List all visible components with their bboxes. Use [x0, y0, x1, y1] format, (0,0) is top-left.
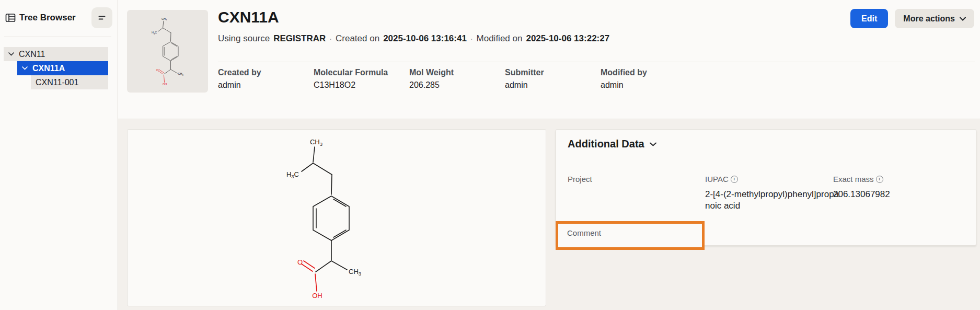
meta-mol-weight: Mol Weight 206.285 [409, 68, 505, 90]
chevron-down-icon[interactable] [22, 66, 28, 70]
info-icon[interactable]: i [731, 176, 738, 183]
additional-data-title: Additional Data [568, 138, 644, 150]
dot-separator: · [329, 35, 332, 43]
iupac-value: 2-[4-(2-methylpropyl)phenyl]propanoic ac… [705, 189, 842, 212]
field-exact-mass: Exact mass i 206.13067982 [833, 175, 890, 200]
modified-on-label: Modified on [477, 33, 523, 44]
using-source-label: Using source [218, 33, 270, 44]
molecule-thumbnail [127, 10, 208, 93]
created-on-value: 2025-10-06 13:16:41 [383, 33, 467, 44]
meta-modified-by: Modified by admin [601, 68, 696, 90]
compound-header: CXN11A Using source REGISTRAR · Created … [118, 0, 980, 119]
header-actions: Edit More actions [850, 9, 974, 28]
exact-mass-value: 206.13067982 [833, 189, 890, 200]
field-iupac: IUPAC i 2-[4-(2-methylpropyl)phenyl]prop… [705, 175, 842, 212]
more-actions-button[interactable]: More actions [895, 9, 974, 28]
iupac-label: IUPAC [705, 175, 729, 183]
modified-on-value: 2025-10-06 13:22:27 [526, 33, 609, 44]
tree-browser-icon [5, 13, 16, 22]
exact-mass-label: Exact mass [833, 175, 874, 183]
page-title: CXN11A [218, 8, 279, 26]
info-icon[interactable]: i [876, 176, 883, 183]
sidebar-title: Tree Browser [19, 13, 76, 23]
sort-icon [97, 14, 107, 22]
tree-browser-sidebar: Tree Browser CXN11 [0, 0, 118, 310]
sidebar-divider [4, 37, 111, 37]
sidebar-header: Tree Browser [5, 7, 112, 28]
edit-button[interactable]: Edit [850, 9, 888, 28]
metadata-row: Created by admin Molecular Formula C13H1… [218, 68, 696, 90]
chevron-down-icon [960, 17, 966, 21]
compound-tree: CXN11 CXN11A CXN11-001 [0, 47, 118, 89]
tree-node-label: CXN11A [32, 64, 65, 73]
project-label: Project [568, 175, 592, 183]
molecule-structure [283, 134, 366, 302]
meta-created-by: Created by admin [218, 68, 314, 90]
tree-node-cxn11-001[interactable]: CXN11-001 [31, 75, 108, 89]
dot-separator: · [470, 35, 473, 43]
structure-card [127, 129, 546, 306]
tree-node-label: CXN11-001 [36, 78, 78, 87]
app-window: Tree Browser CXN11 [0, 0, 980, 310]
header-divider [218, 62, 975, 62]
tree-node-cxn11a-selected[interactable]: CXN11A [17, 61, 108, 75]
tree-filter-button[interactable] [91, 7, 112, 28]
comment-label: Comment [567, 228, 601, 237]
source-value: REGISTRAR [273, 33, 326, 44]
tree-node-cxn11[interactable]: CXN11 [4, 47, 108, 61]
chevron-down-icon[interactable] [8, 52, 14, 56]
created-on-label: Created on [336, 33, 379, 44]
more-actions-label: More actions [903, 14, 955, 24]
additional-data-header[interactable]: Additional Data [568, 138, 656, 150]
meta-submitter: Submitter admin [505, 68, 601, 90]
content-area: Additional Data Project IUPAC i 2-[4-(2-… [118, 119, 980, 310]
chevron-down-icon[interactable] [650, 142, 656, 146]
compound-subtitle: Using source REGISTRAR · Created on 2025… [218, 33, 609, 44]
field-project: Project [568, 175, 592, 189]
tree-node-label: CXN11 [19, 50, 45, 59]
meta-molecular-formula: Molecular Formula C13H18O2 [314, 68, 409, 90]
comment-field-highlighted[interactable]: Comment [556, 221, 705, 250]
